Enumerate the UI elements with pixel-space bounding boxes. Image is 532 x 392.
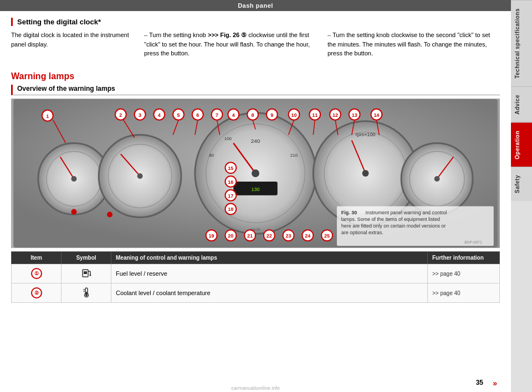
table-cell-item-2: ② <box>12 283 62 302</box>
table-cell-symbol-2 <box>62 283 111 302</box>
three-col-layout: The digital clock is located in the inst… <box>11 30 500 58</box>
svg-text:3: 3 <box>139 112 141 117</box>
clock-body-text: The digital clock is located in the inst… <box>11 30 133 58</box>
svg-point-25 <box>362 170 369 177</box>
svg-rect-102 <box>84 271 87 274</box>
overview-title: Overview of the warning lamps <box>11 85 500 95</box>
svg-text:4: 4 <box>232 112 235 117</box>
col-header-item: Item <box>12 251 62 264</box>
svg-text:4: 4 <box>158 112 161 117</box>
svg-text:BSP-0971: BSP-0971 <box>464 240 482 244</box>
svg-text:Fig. 30: Fig. 30 <box>341 210 357 215</box>
coolant-icon <box>80 286 93 298</box>
table-cell-further-1: >> page 40 <box>428 264 500 283</box>
svg-text:20: 20 <box>228 233 233 239</box>
svg-point-9 <box>137 173 143 179</box>
table-header-row: Item Symbol Meaning of control and warni… <box>12 251 500 264</box>
col-header-symbol: Symbol <box>62 251 111 264</box>
instrument-bg: 240 210 80 100 130 rpm×100 <box>12 99 499 247</box>
warning-lamps-title: Warning lamps <box>11 71 500 81</box>
table-cell-meaning-2: Coolant level / coolant temperature <box>111 283 428 302</box>
clock-col-right: – Turn the setting knob clockwise to the… <box>328 30 500 58</box>
svg-text:lamps. Some of the items of eq: lamps. Some of the items of equipment li… <box>341 216 440 222</box>
svg-text:2: 2 <box>119 112 122 117</box>
sidebar-tab-technical[interactable]: Technical specifications <box>511 0 532 86</box>
svg-point-29 <box>434 176 440 181</box>
svg-text:12: 12 <box>332 112 338 117</box>
clock-col-mid: – Turn the setting knob >>> Fig. 26 ⑤ cl… <box>144 30 316 58</box>
svg-text:24: 24 <box>305 233 310 239</box>
sidebar-tab-operation[interactable]: Operation <box>511 122 532 167</box>
table-cell-meaning-1: Fuel level / reserve <box>111 264 428 283</box>
svg-text:13: 13 <box>352 112 357 117</box>
sidebar: Technical specifications Advice Operatio… <box>511 0 532 392</box>
svg-text:240: 240 <box>251 138 260 144</box>
fuel-icon <box>80 267 93 279</box>
svg-text:14: 14 <box>374 112 379 117</box>
warning-table: Item Symbol Meaning of control and warni… <box>11 251 500 303</box>
svg-point-10 <box>107 212 112 217</box>
svg-text:130: 130 <box>252 186 260 192</box>
clock-section: Setting the digital clock* The digital c… <box>11 18 500 66</box>
svg-text:21: 21 <box>247 233 253 239</box>
svg-text:6: 6 <box>196 112 199 117</box>
svg-text:210: 210 <box>290 153 298 158</box>
svg-text:16: 16 <box>228 179 233 184</box>
sidebar-tab-safety[interactable]: Safety <box>511 167 532 201</box>
item-badge-2: ② <box>31 287 42 298</box>
svg-text:80: 80 <box>209 153 214 158</box>
svg-point-5 <box>71 209 76 214</box>
arrow-icon: » <box>493 379 497 388</box>
svg-text:8: 8 <box>252 112 254 117</box>
svg-text:10: 10 <box>291 112 297 117</box>
svg-point-4 <box>71 176 76 181</box>
table-row: ② <box>12 283 500 302</box>
svg-text:5: 5 <box>177 112 180 117</box>
svg-text:18: 18 <box>228 207 233 212</box>
table-body: ① Fuel level / rese <box>12 264 500 302</box>
svg-text:23: 23 <box>286 233 291 239</box>
svg-text:1: 1 <box>46 113 49 118</box>
svg-text:15: 15 <box>228 166 233 171</box>
table-cell-item-1: ① <box>12 264 62 283</box>
svg-point-18 <box>252 169 259 177</box>
svg-text:9: 9 <box>270 112 273 117</box>
svg-text:7: 7 <box>216 112 218 117</box>
svg-text:here are fitted only on certai: here are fitted only on certain model ve… <box>341 223 446 229</box>
svg-point-105 <box>89 274 91 276</box>
main-content: Dash panel Setting the digital clock* Th… <box>0 0 511 392</box>
page-number: 35 <box>476 379 483 386</box>
svg-text:11: 11 <box>312 112 318 117</box>
svg-text:22: 22 <box>267 233 272 239</box>
instrument-panel-svg: 240 210 80 100 130 rpm×100 <box>12 99 499 247</box>
svg-text:are optional extras.: are optional extras. <box>341 230 383 235</box>
svg-text:100: 100 <box>224 136 232 141</box>
warning-lamps-section: Warning lamps Overview of the warning la… <box>11 71 500 303</box>
header-title: Dash panel <box>238 2 273 9</box>
content-body: Setting the digital clock* The digital c… <box>0 11 511 392</box>
col-header-further: Further information <box>428 251 500 264</box>
svg-text:25: 25 <box>324 233 330 239</box>
table-row: ① Fuel level / rese <box>12 264 500 283</box>
svg-point-109 <box>85 294 88 296</box>
header-bar: Dash panel <box>0 0 511 11</box>
table-cell-symbol-1 <box>62 264 111 283</box>
svg-text:19: 19 <box>209 233 214 239</box>
clock-section-title: Setting the digital clock* <box>11 18 500 26</box>
col-header-meaning: Meaning of control and warning lamps <box>111 251 428 264</box>
table-cell-further-2: >> page 40 <box>428 283 500 302</box>
instrument-panel-area: 240 210 80 100 130 rpm×100 <box>11 99 500 248</box>
svg-text:17: 17 <box>228 193 233 198</box>
svg-text:rpm×100: rpm×100 <box>356 132 375 137</box>
site-watermark: carmanualsonline.info <box>231 385 280 391</box>
svg-text:Instrument panel warning and c: Instrument panel warning and control <box>366 210 447 215</box>
item-badge-1: ① <box>31 268 42 279</box>
sidebar-tab-advice[interactable]: Advice <box>511 86 532 122</box>
